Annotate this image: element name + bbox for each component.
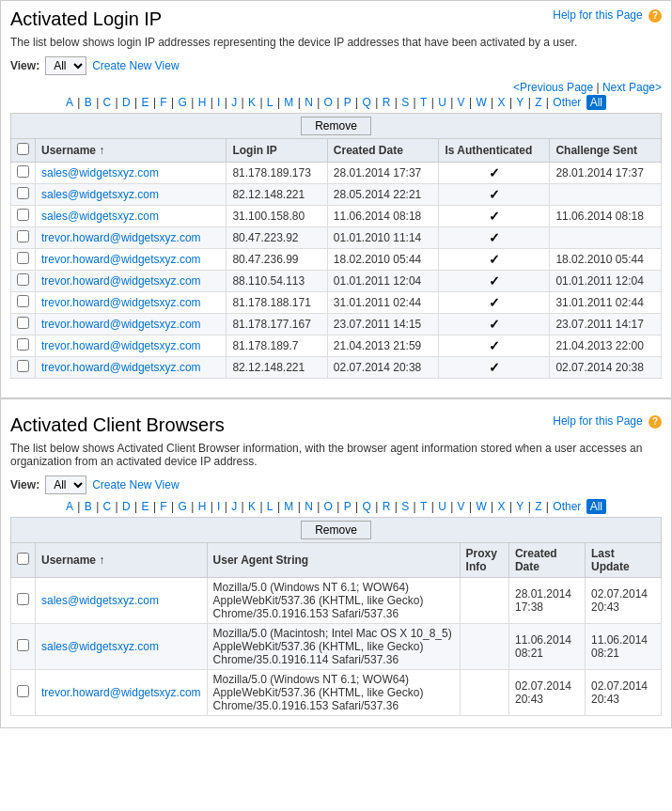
- col-username-2[interactable]: Username ↑: [36, 543, 208, 578]
- view-select-1[interactable]: All: [45, 56, 86, 75]
- username-link-2-2[interactable]: trevor.howard@widgetsxyz.com: [41, 686, 201, 699]
- row-checkbox-1-3[interactable]: [17, 230, 29, 242]
- col-username-1[interactable]: Username ↑: [36, 139, 227, 163]
- alpha-V-2[interactable]: V: [458, 500, 465, 513]
- alpha-Q-2[interactable]: Q: [363, 500, 371, 513]
- alpha-W-1[interactable]: W: [476, 96, 486, 109]
- alpha-J-1[interactable]: J: [231, 96, 237, 109]
- alpha-D-2[interactable]: D: [122, 500, 131, 513]
- username-link-1-4[interactable]: trevor.howard@widgetsxyz.com: [41, 253, 201, 266]
- alpha-T-1[interactable]: T: [420, 96, 427, 109]
- alpha-all-2[interactable]: All: [586, 499, 606, 514]
- alpha-Y-1[interactable]: Y: [516, 96, 524, 109]
- alpha-N-2[interactable]: N: [305, 500, 313, 513]
- alpha-E-1[interactable]: E: [142, 96, 149, 109]
- alpha-B-1[interactable]: B: [85, 96, 92, 109]
- remove-btn-2[interactable]: Remove: [301, 521, 371, 539]
- alpha-H-2[interactable]: H: [198, 500, 207, 513]
- alpha-V-1[interactable]: V: [458, 96, 465, 109]
- alpha-all-1[interactable]: All: [586, 95, 606, 110]
- prev-page-1[interactable]: <Previous Page: [513, 81, 593, 94]
- alpha-L-2[interactable]: L: [267, 500, 273, 513]
- alpha-N-1[interactable]: N: [305, 96, 313, 109]
- username-link-1-8[interactable]: trevor.howard@widgetsxyz.com: [41, 339, 201, 352]
- alpha-J-2[interactable]: J: [231, 500, 237, 513]
- alpha-U-1[interactable]: U: [438, 96, 446, 109]
- username-link-1-0[interactable]: sales@widgetsxyz.com: [41, 166, 159, 179]
- alpha-X-2[interactable]: X: [498, 500, 506, 513]
- alpha-E-2[interactable]: E: [142, 500, 149, 513]
- alpha-A-1[interactable]: A: [66, 96, 73, 109]
- alpha-T-2[interactable]: T: [420, 500, 427, 513]
- alpha-P-2[interactable]: P: [344, 500, 352, 513]
- alpha-C-1[interactable]: C: [103, 96, 112, 109]
- alpha-K-2[interactable]: K: [248, 500, 256, 513]
- row-checkbox-1-9[interactable]: [17, 360, 29, 372]
- col-challenge-sent[interactable]: Challenge Sent: [550, 139, 662, 163]
- alpha-G-1[interactable]: G: [179, 96, 187, 109]
- col-is-auth[interactable]: Is Authenticated: [439, 139, 550, 163]
- row-checkbox-1-8[interactable]: [17, 338, 29, 351]
- select-all-2[interactable]: [17, 553, 29, 565]
- alpha-G-2[interactable]: G: [179, 500, 187, 513]
- alpha-other-2[interactable]: Other: [553, 500, 581, 513]
- username-link-1-5[interactable]: trevor.howard@widgetsxyz.com: [41, 274, 201, 288]
- col-login-ip[interactable]: Login IP: [227, 139, 327, 163]
- create-view-link-1[interactable]: Create New View: [92, 59, 179, 72]
- alpha-H-1[interactable]: H: [198, 96, 207, 109]
- row-checkbox-1-5[interactable]: [17, 273, 29, 286]
- username-link-1-7[interactable]: trevor.howard@widgetsxyz.com: [41, 318, 201, 331]
- alpha-M-2[interactable]: M: [284, 500, 293, 513]
- alpha-S-1[interactable]: S: [401, 96, 409, 109]
- col-last-update[interactable]: Last Update: [585, 543, 661, 578]
- alpha-C-2[interactable]: C: [103, 500, 112, 513]
- select-all-1[interactable]: [17, 143, 29, 155]
- row-checkbox-1-4[interactable]: [17, 252, 29, 264]
- row-checkbox-2-2[interactable]: [17, 685, 29, 697]
- username-link-2-1[interactable]: sales@widgetsxyz.com: [41, 640, 159, 653]
- alpha-R-1[interactable]: R: [383, 96, 391, 109]
- alpha-I-1[interactable]: I: [217, 96, 220, 109]
- alpha-other-1[interactable]: Other: [553, 96, 581, 109]
- username-link-1-9[interactable]: trevor.howard@widgetsxyz.com: [41, 361, 201, 374]
- next-page-1[interactable]: Next Page>: [602, 81, 662, 94]
- row-checkbox-1-7[interactable]: [17, 317, 29, 329]
- alpha-P-1[interactable]: P: [344, 96, 352, 109]
- alpha-R-2[interactable]: R: [383, 500, 391, 513]
- alpha-F-1[interactable]: F: [160, 96, 166, 109]
- alpha-I-2[interactable]: I: [217, 500, 220, 513]
- alpha-Z-1[interactable]: Z: [535, 96, 541, 109]
- help-link-1[interactable]: Help for this Page ?: [553, 8, 662, 23]
- row-checkbox-1-0[interactable]: [17, 165, 29, 178]
- alpha-M-1[interactable]: M: [284, 96, 293, 109]
- username-link-1-6[interactable]: trevor.howard@widgetsxyz.com: [41, 296, 201, 309]
- view-select-2[interactable]: All: [45, 476, 86, 494]
- alpha-K-1[interactable]: K: [248, 96, 256, 109]
- alpha-L-1[interactable]: L: [267, 96, 273, 109]
- username-link-1-3[interactable]: trevor.howard@widgetsxyz.com: [41, 231, 201, 244]
- username-link-1-2[interactable]: sales@widgetsxyz.com: [41, 210, 159, 223]
- alpha-B-2[interactable]: B: [85, 500, 92, 513]
- row-checkbox-1-6[interactable]: [17, 295, 29, 307]
- remove-btn-1[interactable]: Remove: [301, 117, 371, 135]
- alpha-Z-2[interactable]: Z: [535, 500, 541, 513]
- row-checkbox-2-0[interactable]: [17, 593, 29, 605]
- row-checkbox-1-1[interactable]: [17, 187, 29, 199]
- alpha-W-2[interactable]: W: [476, 500, 486, 513]
- col-proxy-info[interactable]: Proxy Info: [460, 543, 508, 578]
- alpha-U-2[interactable]: U: [438, 500, 446, 513]
- alpha-S-2[interactable]: S: [401, 500, 409, 513]
- alpha-A-2[interactable]: A: [66, 500, 73, 513]
- row-checkbox-2-1[interactable]: [17, 639, 29, 651]
- help-link-2[interactable]: Help for this Page ?: [553, 414, 662, 429]
- col-user-agent[interactable]: User Agent String: [207, 543, 460, 578]
- alpha-Y-2[interactable]: Y: [516, 500, 524, 513]
- alpha-X-1[interactable]: X: [498, 96, 506, 109]
- col-created-date-1[interactable]: Created Date: [327, 139, 439, 163]
- alpha-Q-1[interactable]: Q: [363, 96, 371, 109]
- username-link-2-0[interactable]: sales@widgetsxyz.com: [41, 594, 159, 607]
- alpha-O-1[interactable]: O: [324, 96, 333, 109]
- username-link-1-1[interactable]: sales@widgetsxyz.com: [41, 188, 159, 201]
- alpha-F-2[interactable]: F: [160, 500, 166, 513]
- col-created-date-2[interactable]: Created Date: [508, 543, 585, 578]
